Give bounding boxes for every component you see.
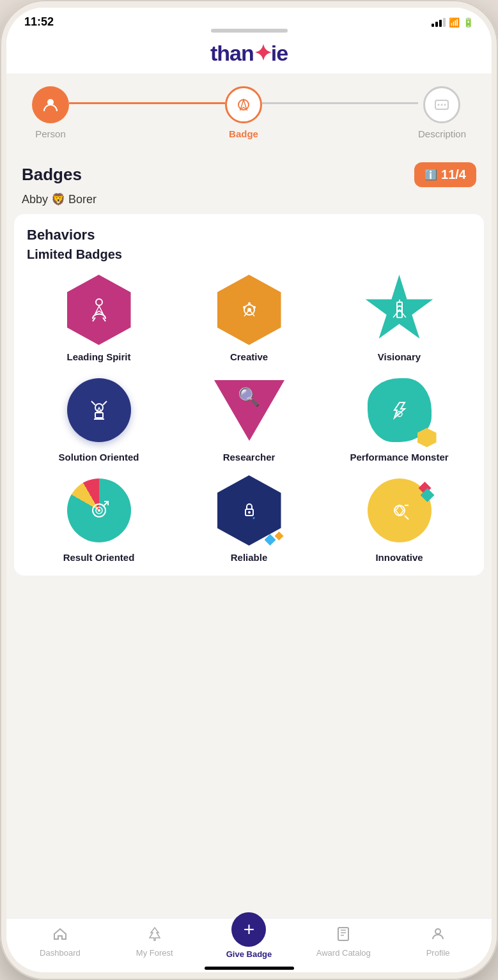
- svg-point-5: [444, 104, 446, 106]
- step-line-2: [262, 102, 418, 104]
- svg-point-23: [435, 929, 440, 934]
- svg-point-6: [96, 299, 102, 305]
- step-description[interactable]: Description: [418, 86, 466, 139]
- step-person[interactable]: Person: [32, 86, 69, 139]
- info-icon: ℹ️: [424, 169, 437, 181]
- profile-label: Profile: [426, 948, 450, 958]
- performance-monster-label: Performance Monster: [350, 452, 448, 463]
- svg-point-10: [253, 306, 256, 309]
- step-badge-label: Badge: [229, 128, 258, 139]
- home-indicator: [205, 967, 294, 970]
- stepper-container: Person Badge: [6, 73, 492, 152]
- solution-oriented-icon: [67, 378, 131, 442]
- researcher-label: Researcher: [223, 452, 276, 463]
- count-badge: ℹ️ 11/4: [414, 162, 476, 187]
- step-badge[interactable]: Badge: [225, 86, 262, 139]
- phone-frame: 11:52 📶 🔋 than✦ie: [0, 0, 498, 980]
- nav-award-catalog[interactable]: Award Catalog: [296, 926, 391, 958]
- creative-label: Creative: [230, 351, 268, 362]
- battery-icon: 🔋: [463, 17, 474, 27]
- performance-monster-icon: [368, 378, 432, 442]
- bottom-nav: Dashboard My Forest + Give Badge: [6, 918, 492, 963]
- award-catalog-icon: [336, 926, 351, 946]
- my-forest-icon: [147, 926, 162, 946]
- step-badge-circle: [225, 86, 262, 123]
- dashboard-icon: [52, 926, 68, 946]
- svg-point-3: [438, 104, 440, 106]
- badge-result-oriented[interactable]: Result Oriented: [27, 475, 171, 563]
- give-badge-label: Give Badge: [226, 949, 272, 959]
- notch: [6, 29, 492, 33]
- wifi-icon: 📶: [449, 17, 460, 27]
- step-line-1: [69, 102, 225, 104]
- badge-creative[interactable]: Creative: [177, 275, 321, 362]
- result-oriented-label: Result Oriented: [63, 552, 135, 563]
- svg-point-11: [243, 306, 245, 309]
- badges-header: Badges ℹ️ 11/4: [6, 152, 492, 192]
- badge-reliable[interactable]: Reliable: [177, 475, 321, 563]
- award-catalog-label: Award Catalog: [316, 948, 371, 958]
- visionary-label: Visionary: [378, 351, 421, 362]
- plus-icon: +: [244, 920, 255, 939]
- innovative-label: Innovative: [375, 552, 423, 563]
- stepper: Person Badge: [32, 86, 466, 139]
- visionary-icon: [364, 275, 435, 345]
- count-value: 11/4: [441, 167, 466, 182]
- badge-performance-monster[interactable]: Performance Monster: [327, 375, 471, 463]
- step-description-circle: [423, 86, 460, 123]
- nav-profile[interactable]: Profile: [391, 926, 485, 958]
- leading-spirit-icon: [67, 275, 131, 345]
- badges-subtitle: Abby 🦁 Borer: [6, 192, 492, 214]
- app-header: than✦ie: [6, 35, 492, 73]
- status-time: 11:52: [24, 15, 54, 29]
- badge-visionary[interactable]: Visionary: [327, 275, 471, 362]
- badge-leading-spirit[interactable]: Leading Spirit: [27, 275, 171, 362]
- give-badge-button[interactable]: +: [231, 912, 266, 947]
- reliable-icon: [217, 475, 281, 546]
- creative-icon: [217, 275, 281, 345]
- step-person-circle: [32, 86, 69, 123]
- solution-oriented-label: Solution Oriented: [59, 452, 139, 463]
- badge-innovative[interactable]: Innovative: [327, 475, 471, 563]
- nav-dashboard[interactable]: Dashboard: [13, 926, 107, 958]
- profile-icon: [430, 926, 446, 946]
- nav-my-forest[interactable]: My Forest: [107, 926, 202, 958]
- svg-point-19: [98, 509, 100, 512]
- svg-point-9: [248, 302, 251, 305]
- researcher-icon: 🔍: [214, 380, 284, 441]
- step-person-label: Person: [35, 128, 66, 139]
- behaviors-title: Behaviors: [27, 227, 471, 243]
- app-logo: than✦ie: [6, 40, 492, 66]
- limited-badges-title: Limited Badges: [27, 247, 471, 262]
- innovative-icon: [368, 479, 432, 542]
- badges-grid: Leading Spirit: [27, 275, 471, 563]
- status-icons: 📶 🔋: [432, 17, 474, 27]
- step-description-label: Description: [418, 128, 466, 139]
- svg-point-4: [441, 104, 443, 106]
- signal-icon: [432, 18, 446, 27]
- behaviors-card: Behaviors Limited Badges: [14, 214, 484, 576]
- svg-point-21: [248, 511, 251, 514]
- badges-title: Badges: [22, 165, 82, 185]
- phone-screen: 11:52 📶 🔋 than✦ie: [6, 8, 492, 972]
- logo-star: ✦: [254, 41, 271, 65]
- badge-solution-oriented[interactable]: Solution Oriented: [27, 375, 171, 463]
- reliable-label: Reliable: [231, 552, 268, 563]
- result-oriented-icon: [67, 479, 131, 542]
- nav-give-badge[interactable]: + Give Badge: [202, 925, 297, 959]
- dashboard-label: Dashboard: [40, 948, 81, 958]
- main-content: Badges ℹ️ 11/4 Abby 🦁 Borer Behaviors Li…: [6, 152, 492, 918]
- leading-spirit-label: Leading Spirit: [66, 351, 130, 362]
- svg-rect-14: [95, 413, 103, 418]
- badge-researcher[interactable]: 🔍 Researcher: [177, 375, 321, 463]
- my-forest-label: My Forest: [136, 948, 173, 958]
